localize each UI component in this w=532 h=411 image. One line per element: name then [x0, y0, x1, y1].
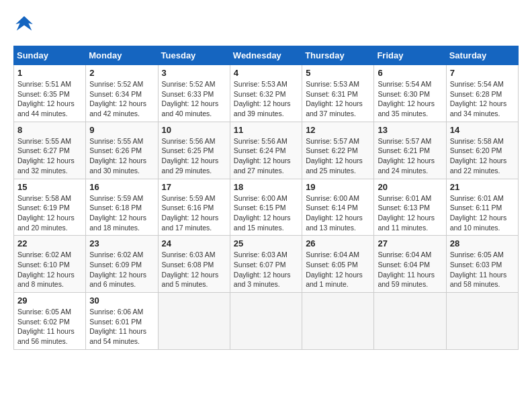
- day-number: 24: [162, 238, 226, 248]
- day-info: Sunrise: 5:52 AM Sunset: 6:33 PM Dayligh…: [162, 79, 226, 119]
- day-info: Sunrise: 5:55 AM Sunset: 6:27 PM Dayligh…: [17, 136, 82, 176]
- day-number: 4: [234, 68, 298, 78]
- day-number: 7: [450, 68, 515, 78]
- day-info: Sunrise: 5:54 AM Sunset: 6:28 PM Dayligh…: [450, 79, 515, 119]
- day-number: 12: [306, 125, 370, 135]
- calendar-cell: 13Sunrise: 5:57 AM Sunset: 6:21 PM Dayli…: [374, 122, 446, 179]
- day-info: Sunrise: 6:00 AM Sunset: 6:15 PM Dayligh…: [234, 193, 298, 233]
- day-header-sunday: Sunday: [14, 46, 86, 65]
- calendar-cell: 3Sunrise: 5:52 AM Sunset: 6:33 PM Daylig…: [158, 65, 230, 122]
- day-number: 10: [162, 125, 226, 135]
- day-info: Sunrise: 5:53 AM Sunset: 6:31 PM Dayligh…: [306, 79, 370, 119]
- calendar-body: 1Sunrise: 5:51 AM Sunset: 6:35 PM Daylig…: [14, 65, 519, 350]
- day-info: Sunrise: 5:56 AM Sunset: 6:24 PM Dayligh…: [234, 136, 298, 176]
- calendar-cell: 17Sunrise: 5:59 AM Sunset: 6:16 PM Dayli…: [158, 179, 230, 236]
- calendar-cell: 8Sunrise: 5:55 AM Sunset: 6:27 PM Daylig…: [14, 122, 86, 179]
- calendar-cell: 7Sunrise: 5:54 AM Sunset: 6:28 PM Daylig…: [446, 65, 518, 122]
- calendar-cell: 19Sunrise: 6:00 AM Sunset: 6:14 PM Dayli…: [302, 179, 374, 236]
- day-number: 27: [378, 238, 442, 248]
- calendar-cell: 21Sunrise: 6:01 AM Sunset: 6:11 PM Dayli…: [446, 179, 518, 236]
- day-info: Sunrise: 6:06 AM Sunset: 6:01 PM Dayligh…: [89, 307, 154, 347]
- calendar-cell: 14Sunrise: 5:58 AM Sunset: 6:20 PM Dayli…: [446, 122, 518, 179]
- day-header-wednesday: Wednesday: [230, 46, 302, 65]
- logo: [13, 13, 39, 35]
- day-number: 18: [234, 182, 298, 192]
- day-number: 13: [378, 125, 442, 135]
- calendar-cell: 26Sunrise: 6:04 AM Sunset: 6:05 PM Dayli…: [302, 236, 374, 293]
- calendar-table: SundayMondayTuesdayWednesdayThursdayFrid…: [13, 46, 519, 350]
- day-number: 26: [306, 238, 370, 248]
- day-info: Sunrise: 6:04 AM Sunset: 6:05 PM Dayligh…: [306, 250, 370, 289]
- svg-marker-0: [15, 16, 33, 31]
- calendar-cell: 18Sunrise: 6:00 AM Sunset: 6:15 PM Dayli…: [230, 179, 302, 236]
- day-info: Sunrise: 5:58 AM Sunset: 6:19 PM Dayligh…: [17, 193, 82, 233]
- day-info: Sunrise: 5:54 AM Sunset: 6:30 PM Dayligh…: [378, 79, 442, 119]
- day-info: Sunrise: 6:02 AM Sunset: 6:10 PM Dayligh…: [17, 250, 82, 289]
- day-number: 16: [89, 182, 154, 192]
- calendar-cell: 22Sunrise: 6:02 AM Sunset: 6:10 PM Dayli…: [14, 236, 86, 293]
- calendar-cell: [446, 293, 518, 350]
- day-number: 30: [89, 295, 154, 306]
- day-number: 11: [234, 125, 298, 135]
- calendar-cell: [158, 293, 230, 350]
- calendar-cell: [374, 293, 446, 350]
- calendar-cell: 28Sunrise: 6:05 AM Sunset: 6:03 PM Dayli…: [446, 236, 518, 293]
- calendar-cell: 6Sunrise: 5:54 AM Sunset: 6:30 PM Daylig…: [374, 65, 446, 122]
- logo-icon: [13, 13, 35, 35]
- day-info: Sunrise: 6:04 AM Sunset: 6:04 PM Dayligh…: [378, 250, 442, 289]
- day-number: 15: [17, 182, 82, 192]
- calendar-week-5: 29Sunrise: 6:05 AM Sunset: 6:02 PM Dayli…: [14, 293, 519, 350]
- day-header-tuesday: Tuesday: [158, 46, 230, 65]
- calendar-cell: 20Sunrise: 6:01 AM Sunset: 6:13 PM Dayli…: [374, 179, 446, 236]
- calendar-week-1: 1Sunrise: 5:51 AM Sunset: 6:35 PM Daylig…: [14, 65, 519, 122]
- calendar-cell: 11Sunrise: 5:56 AM Sunset: 6:24 PM Dayli…: [230, 122, 302, 179]
- page-header: [13, 13, 519, 35]
- day-info: Sunrise: 5:59 AM Sunset: 6:18 PM Dayligh…: [89, 193, 154, 233]
- calendar-header-row: SundayMondayTuesdayWednesdayThursdayFrid…: [14, 46, 519, 65]
- day-info: Sunrise: 6:01 AM Sunset: 6:11 PM Dayligh…: [450, 193, 515, 233]
- day-info: Sunrise: 5:51 AM Sunset: 6:35 PM Dayligh…: [17, 79, 82, 119]
- day-info: Sunrise: 6:03 AM Sunset: 6:07 PM Dayligh…: [234, 250, 298, 289]
- day-info: Sunrise: 5:53 AM Sunset: 6:32 PM Dayligh…: [234, 79, 298, 119]
- day-header-friday: Friday: [374, 46, 446, 65]
- calendar-week-4: 22Sunrise: 6:02 AM Sunset: 6:10 PM Dayli…: [14, 236, 519, 293]
- calendar-cell: 1Sunrise: 5:51 AM Sunset: 6:35 PM Daylig…: [14, 65, 86, 122]
- day-info: Sunrise: 5:56 AM Sunset: 6:25 PM Dayligh…: [162, 136, 226, 176]
- day-info: Sunrise: 6:03 AM Sunset: 6:08 PM Dayligh…: [162, 250, 226, 289]
- calendar-cell: 16Sunrise: 5:59 AM Sunset: 6:18 PM Dayli…: [86, 179, 158, 236]
- calendar-cell: 24Sunrise: 6:03 AM Sunset: 6:08 PM Dayli…: [158, 236, 230, 293]
- day-number: 6: [378, 68, 442, 78]
- day-info: Sunrise: 5:59 AM Sunset: 6:16 PM Dayligh…: [162, 193, 226, 233]
- day-number: 20: [378, 182, 442, 192]
- day-header-thursday: Thursday: [302, 46, 374, 65]
- day-number: 23: [89, 238, 154, 248]
- day-info: Sunrise: 5:57 AM Sunset: 6:21 PM Dayligh…: [378, 136, 442, 176]
- day-number: 9: [89, 125, 154, 135]
- calendar-cell: 9Sunrise: 5:55 AM Sunset: 6:26 PM Daylig…: [86, 122, 158, 179]
- day-number: 29: [17, 295, 82, 306]
- day-info: Sunrise: 5:55 AM Sunset: 6:26 PM Dayligh…: [89, 136, 154, 176]
- day-info: Sunrise: 6:00 AM Sunset: 6:14 PM Dayligh…: [306, 193, 370, 233]
- day-number: 28: [450, 238, 515, 248]
- calendar-cell: [230, 293, 302, 350]
- day-number: 22: [17, 238, 82, 248]
- calendar-cell: 30Sunrise: 6:06 AM Sunset: 6:01 PM Dayli…: [86, 293, 158, 350]
- day-header-monday: Monday: [86, 46, 158, 65]
- day-number: 3: [162, 68, 226, 78]
- day-number: 1: [17, 68, 82, 78]
- calendar-cell: 25Sunrise: 6:03 AM Sunset: 6:07 PM Dayli…: [230, 236, 302, 293]
- day-info: Sunrise: 6:02 AM Sunset: 6:09 PM Dayligh…: [89, 250, 154, 289]
- day-info: Sunrise: 5:57 AM Sunset: 6:22 PM Dayligh…: [306, 136, 370, 176]
- calendar-cell: 23Sunrise: 6:02 AM Sunset: 6:09 PM Dayli…: [86, 236, 158, 293]
- calendar-week-2: 8Sunrise: 5:55 AM Sunset: 6:27 PM Daylig…: [14, 122, 519, 179]
- day-info: Sunrise: 6:01 AM Sunset: 6:13 PM Dayligh…: [378, 193, 442, 233]
- calendar-cell: 4Sunrise: 5:53 AM Sunset: 6:32 PM Daylig…: [230, 65, 302, 122]
- calendar-week-3: 15Sunrise: 5:58 AM Sunset: 6:19 PM Dayli…: [14, 179, 519, 236]
- day-info: Sunrise: 6:05 AM Sunset: 6:02 PM Dayligh…: [17, 307, 82, 347]
- calendar-cell: 10Sunrise: 5:56 AM Sunset: 6:25 PM Dayli…: [158, 122, 230, 179]
- calendar-cell: 12Sunrise: 5:57 AM Sunset: 6:22 PM Dayli…: [302, 122, 374, 179]
- calendar-cell: 2Sunrise: 5:52 AM Sunset: 6:34 PM Daylig…: [86, 65, 158, 122]
- day-header-saturday: Saturday: [446, 46, 518, 65]
- calendar-cell: 29Sunrise: 6:05 AM Sunset: 6:02 PM Dayli…: [14, 293, 86, 350]
- calendar-cell: [302, 293, 374, 350]
